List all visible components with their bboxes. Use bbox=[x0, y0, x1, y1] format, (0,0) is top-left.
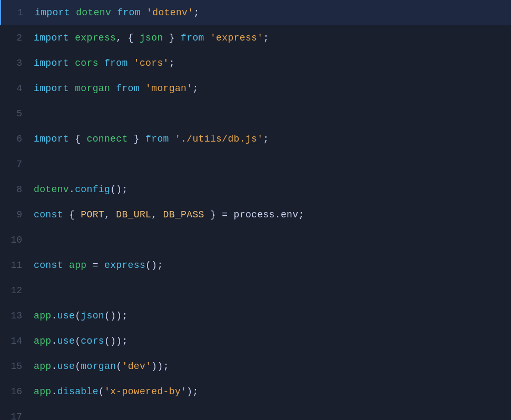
token-white: = bbox=[93, 260, 104, 271]
token-white: . bbox=[52, 386, 57, 397]
token-fn-call: config bbox=[75, 184, 110, 195]
line-number: 7 bbox=[0, 152, 31, 177]
token-obj-name: app bbox=[34, 336, 52, 346]
code-line: 1import dotenv from 'dotenv'; bbox=[0, 0, 511, 25]
token-white: , { bbox=[116, 33, 140, 43]
line-number: 15 bbox=[0, 354, 31, 379]
token-kw-from: from bbox=[104, 58, 134, 68]
line-number: 11 bbox=[0, 253, 31, 278]
token-kw-import: import bbox=[34, 58, 75, 68]
token-const-name: PORT bbox=[81, 209, 104, 220]
line-content: const app = express(); bbox=[31, 253, 163, 278]
token-string: 'express' bbox=[210, 33, 263, 43]
token-white: . bbox=[52, 336, 57, 346]
token-white: . bbox=[69, 184, 75, 195]
line-number: 1 bbox=[1, 0, 32, 25]
code-line: 14app.use(cors()); bbox=[0, 328, 511, 354]
code-line: 6import { connect } from './utils/db.js'… bbox=[0, 126, 511, 152]
token-string: 'cors' bbox=[134, 58, 169, 68]
token-fn-call: morgan bbox=[81, 361, 116, 372]
code-line: 12 bbox=[0, 278, 511, 303]
line-content: const { PORT, DB_URL, DB_PASS } = proces… bbox=[31, 202, 304, 227]
token-white: . bbox=[52, 311, 57, 321]
token-kw-const: const bbox=[34, 209, 69, 220]
token-obj-name: dotenv bbox=[34, 184, 69, 195]
token-param-str: 'dev' bbox=[122, 361, 152, 372]
token-white: )); bbox=[151, 361, 169, 372]
token-white: { bbox=[75, 134, 86, 144]
code-line: 3import cors from 'cors'; bbox=[0, 51, 511, 76]
code-editor: 1import dotenv from 'dotenv';2import exp… bbox=[0, 0, 511, 420]
code-line: 4import morgan from 'morgan'; bbox=[0, 76, 511, 101]
line-content: import { connect } from './utils/db.js'; bbox=[31, 126, 269, 152]
token-white: ; bbox=[298, 209, 304, 220]
token-fn-call: cors bbox=[81, 336, 104, 346]
code-line: 8dotenv.config(); bbox=[0, 177, 511, 202]
code-line: 9const { PORT, DB_URL, DB_PASS } = proce… bbox=[0, 202, 511, 227]
line-number: 2 bbox=[0, 25, 31, 51]
token-const-name: DB_URL bbox=[116, 209, 151, 220]
code-line: 7 bbox=[0, 152, 511, 177]
token-white: (); bbox=[110, 184, 128, 195]
token-white: ; bbox=[169, 58, 175, 68]
token-white: { bbox=[69, 209, 81, 220]
token-obj-name: app bbox=[34, 386, 52, 397]
line-number: 17 bbox=[0, 404, 31, 420]
token-string: './utils/db.js' bbox=[175, 134, 263, 144]
line-number: 13 bbox=[0, 303, 31, 328]
token-const-name: DB_PASS bbox=[163, 209, 204, 220]
token-white: } bbox=[128, 134, 146, 144]
code-line: 11const app = express(); bbox=[0, 253, 511, 278]
token-white: } = bbox=[204, 209, 234, 220]
token-string: 'dotenv' bbox=[146, 7, 193, 18]
token-white: ; bbox=[193, 7, 199, 18]
token-white: } bbox=[163, 33, 181, 43]
line-content: app.use(morgan('dev')); bbox=[31, 354, 169, 379]
token-fn-call: use bbox=[57, 336, 75, 346]
token-kw-from: from bbox=[145, 134, 175, 144]
token-obj-name: app bbox=[34, 361, 52, 372]
token-module: connect bbox=[86, 134, 127, 144]
line-number: 6 bbox=[0, 126, 31, 152]
line-content: app.disable('x-powered-by'); bbox=[31, 379, 199, 404]
line-content: import cors from 'cors'; bbox=[31, 51, 175, 76]
line-number: 10 bbox=[0, 227, 31, 253]
token-white: ()); bbox=[104, 311, 128, 321]
line-content: import express, { json } from 'express'; bbox=[31, 25, 269, 51]
code-line: 5 bbox=[0, 101, 511, 126]
token-module: morgan bbox=[75, 83, 116, 94]
code-line: 13app.use(json()); bbox=[0, 303, 511, 328]
token-kw-from: from bbox=[117, 7, 146, 18]
token-obj-name: app bbox=[34, 311, 52, 321]
code-line: 2import express, { json } from 'express'… bbox=[0, 25, 511, 51]
token-white: , bbox=[151, 209, 163, 220]
token-kw-import: import bbox=[35, 7, 76, 18]
token-kw-import: import bbox=[34, 134, 75, 144]
token-white: ( bbox=[75, 311, 81, 321]
line-number: 4 bbox=[0, 76, 31, 101]
token-white: ; bbox=[263, 134, 269, 144]
token-fn-call: express bbox=[104, 260, 145, 271]
line-number: 9 bbox=[0, 202, 31, 227]
token-module: dotenv bbox=[76, 7, 117, 18]
code-line: 10 bbox=[0, 227, 511, 253]
token-fn-call: use bbox=[57, 361, 75, 372]
line-number: 8 bbox=[0, 177, 31, 202]
line-content: dotenv.config(); bbox=[31, 177, 128, 202]
token-white: . bbox=[52, 361, 57, 372]
token-kw-from: from bbox=[181, 33, 210, 43]
token-process: process bbox=[234, 209, 275, 220]
line-number: 12 bbox=[0, 278, 31, 303]
token-var-name: app bbox=[69, 260, 93, 271]
line-number: 3 bbox=[0, 51, 31, 76]
line-content: import dotenv from 'dotenv'; bbox=[32, 0, 200, 25]
token-kw-from: from bbox=[116, 83, 145, 94]
line-number: 14 bbox=[0, 328, 31, 354]
token-white: ()); bbox=[104, 336, 128, 346]
line-content: app.use(cors()); bbox=[31, 328, 128, 354]
line-number: 5 bbox=[0, 101, 31, 126]
token-white: ( bbox=[99, 386, 104, 397]
token-white: (); bbox=[145, 260, 163, 271]
token-module: cors bbox=[75, 58, 104, 68]
token-kw-import: import bbox=[34, 33, 75, 43]
